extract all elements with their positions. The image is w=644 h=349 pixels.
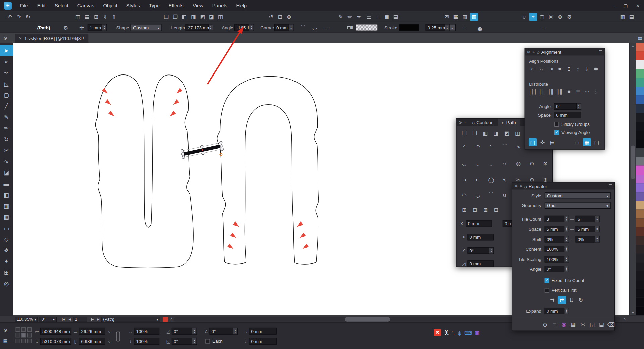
closed-path-icon[interactable]: ◯ xyxy=(487,176,495,184)
menu-file[interactable]: File xyxy=(16,0,33,11)
repeater-geometry-dropdown[interactable]: Grid xyxy=(545,202,611,209)
rotate-tool[interactable]: ↻ xyxy=(0,134,13,145)
curve-flat-icon[interactable]: ◞ xyxy=(487,159,495,167)
minimize-button[interactable]: – xyxy=(607,0,620,11)
color-swatch[interactable] xyxy=(636,218,644,227)
align-middle-icon[interactable]: ↕ xyxy=(574,64,582,72)
align-to-canvas-icon[interactable]: ▭ xyxy=(573,138,581,146)
pattern-tool[interactable]: ▩ xyxy=(0,211,13,222)
distribute-lines-icon[interactable]: ≡ xyxy=(374,13,382,21)
distribute-middle-icon[interactable]: ≣ xyxy=(574,87,582,95)
align-to-page-icon[interactable]: ▤ xyxy=(548,138,556,146)
next-frame-icon[interactable]: ▶ xyxy=(90,316,95,322)
contour-x-field[interactable]: 0 mm xyxy=(466,220,492,227)
align-to-margin-icon[interactable]: ▢ xyxy=(593,138,601,146)
constrain-h-icon[interactable]: ○ xyxy=(107,339,112,344)
scroll-up-icon[interactable]: ▴ xyxy=(630,43,636,48)
align-to-anchor-icon[interactable]: ✛ xyxy=(538,138,546,146)
expand-field[interactable]: 0 mm xyxy=(545,308,565,314)
anchor-point-selector[interactable] xyxy=(16,327,32,343)
notch-mark[interactable] xyxy=(102,88,109,95)
microphone-icon[interactable]: ψ xyxy=(458,329,461,335)
scroll-down-icon[interactable]: ▾ xyxy=(630,310,636,315)
skew-y-field[interactable]: 0° xyxy=(172,338,192,345)
boolean-divide-icon[interactable]: ◩ xyxy=(198,13,206,21)
selection-handle[interactable] xyxy=(221,148,224,151)
sticky-groups-checkbox[interactable] xyxy=(554,122,559,126)
curve-corner-icon[interactable]: ◟ xyxy=(474,159,482,167)
boolean-trim-icon[interactable]: ◪ xyxy=(207,13,215,21)
selection-handle[interactable] xyxy=(182,156,185,159)
dropper-icon[interactable]: ✧ xyxy=(460,234,467,241)
align-key-v-icon[interactable]: ≑ xyxy=(592,64,600,72)
curve-ring-icon[interactable]: ◎ xyxy=(514,159,522,167)
arc-up-icon[interactable]: ◠ xyxy=(460,191,468,199)
distribute-gap-h-icon[interactable]: ∥∥ xyxy=(556,87,564,95)
shift-y-field[interactable]: 0% xyxy=(576,236,595,243)
virtual-keyboard-icon[interactable]: ⌨ xyxy=(464,329,472,335)
curve-circle-icon[interactable]: ○ xyxy=(501,159,509,167)
align-bottom-icon[interactable]: ↧ xyxy=(583,64,591,72)
stroke-options-icon[interactable]: ≡ xyxy=(460,23,468,32)
skew-y-stepper[interactable] xyxy=(192,338,197,345)
clear-path-icon[interactable]: ⊠ xyxy=(481,205,489,213)
repeater-angle-stepper[interactable] xyxy=(564,266,569,272)
move-x-field[interactable]: 0 mm xyxy=(249,328,277,335)
tile-count-x-stepper[interactable] xyxy=(564,216,569,222)
path-subtract-icon[interactable]: ❒ xyxy=(471,129,479,137)
tab-contour[interactable]: Contour xyxy=(468,119,496,126)
horizontal-scroll-thumb[interactable] xyxy=(345,317,390,321)
shape-dropdown[interactable]: Custom xyxy=(130,24,162,31)
dash-forward-icon[interactable]: ⇢ xyxy=(460,176,468,184)
marquee-mode-icon[interactable]: ▢ xyxy=(538,13,546,21)
preflight-icon[interactable]: ▥ xyxy=(619,13,627,21)
node-tool[interactable]: ➢ xyxy=(0,56,13,67)
more-options-icon[interactable] xyxy=(322,23,330,32)
angle-field[interactable]: -165.10 xyxy=(234,24,249,31)
spacing-icon[interactable]: ≣ xyxy=(383,13,391,21)
panel-close-icon[interactable] xyxy=(459,120,462,124)
repeater-style-dropdown[interactable]: Custom xyxy=(545,192,611,199)
add-artboard-icon[interactable]: ⊞ xyxy=(92,13,100,21)
flatten-repeater-icon[interactable]: ≡ xyxy=(550,320,558,329)
constrain-w-icon[interactable]: ○ xyxy=(107,329,112,334)
expand-stroke-icon[interactable]: ⊛ xyxy=(285,13,293,21)
first-frame-icon[interactable]: |◀ xyxy=(61,316,66,322)
vertical-scroll-thumb[interactable] xyxy=(631,145,635,179)
import-icon[interactable]: ⇓ xyxy=(101,13,109,21)
join-arc-icon[interactable]: ⌒ xyxy=(501,143,509,151)
expand-stepper[interactable] xyxy=(564,308,569,314)
content-stepper[interactable] xyxy=(564,246,569,252)
shift-y-stepper[interactable] xyxy=(595,236,599,243)
color-swatch[interactable] xyxy=(636,43,644,51)
shift-x-field[interactable]: 0% xyxy=(545,236,565,243)
obj-distribute-v-icon[interactable]: ≑ xyxy=(476,24,484,33)
close-all-tabs-icon[interactable] xyxy=(2,34,9,42)
move-y-field[interactable]: 0 mm xyxy=(249,338,277,345)
alignment-angle-stepper[interactable] xyxy=(577,103,581,110)
distribute-left-icon[interactable]: ∣∣∣ xyxy=(529,87,537,95)
cap-square-icon[interactable]: ◝ xyxy=(487,143,495,151)
boolean-intersect-icon[interactable]: ◧ xyxy=(180,13,189,21)
split-tiles-icon[interactable]: ✂ xyxy=(579,320,587,329)
length-stepper[interactable] xyxy=(209,24,213,31)
vertical-scrollbar[interactable]: ▴ ▾ xyxy=(629,43,636,315)
curve-spiral-icon[interactable]: ⊛ xyxy=(541,159,549,167)
boolean-xor-icon[interactable]: ◨ xyxy=(189,13,197,21)
align-center-h-icon[interactable]: ↔ xyxy=(538,64,546,72)
menu-canvas[interactable]: Canvas xyxy=(73,0,99,11)
y-position-field[interactable]: 5310.073 mm xyxy=(40,338,71,345)
align-right-icon[interactable]: ⇥ xyxy=(547,64,555,72)
content-field[interactable]: 100% xyxy=(545,246,565,252)
arc-flat-icon[interactable]: ⌒ xyxy=(487,191,495,199)
align-more-icon[interactable] xyxy=(540,23,548,32)
contour-corner-field[interactable]: 0 mm xyxy=(467,260,493,267)
color-swatch[interactable] xyxy=(636,183,644,192)
measure-tool[interactable]: ◺ xyxy=(0,78,13,89)
notch-mark[interactable] xyxy=(296,221,303,229)
join-wave-icon[interactable]: ∿ xyxy=(514,143,522,151)
path-divide-icon[interactable]: ◩ xyxy=(503,129,511,137)
wand-tool[interactable]: ✦ xyxy=(0,256,13,267)
order-row-icon[interactable]: ⇉ xyxy=(548,296,556,304)
roller-tool[interactable]: ▬ xyxy=(0,178,13,189)
